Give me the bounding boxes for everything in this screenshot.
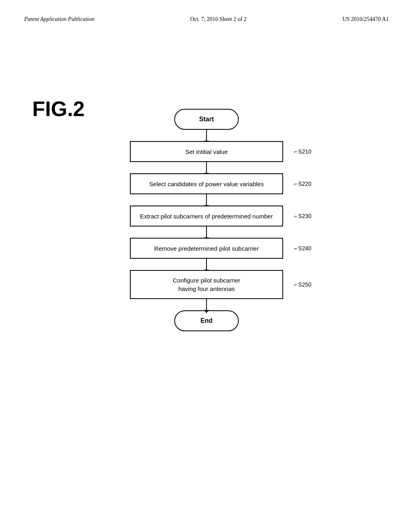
start-oval: Start bbox=[174, 109, 239, 130]
arrow-0 bbox=[206, 130, 207, 141]
end-label: End bbox=[200, 317, 213, 324]
label-s240: S240 bbox=[294, 245, 311, 251]
fig-label: FIG.2 bbox=[32, 97, 85, 121]
step-row-s250: Configure pilot subcarrierhaving four an… bbox=[94, 270, 319, 299]
header-left: Patent Application Publication bbox=[24, 16, 94, 23]
arrow-4 bbox=[206, 259, 207, 270]
start-row: Start bbox=[94, 109, 319, 130]
arrow-5 bbox=[206, 299, 207, 310]
header: Patent Application Publication Oct. 7, 2… bbox=[24, 16, 389, 23]
arrow-1 bbox=[206, 162, 207, 173]
label-s210: S210 bbox=[294, 148, 311, 155]
flowchart: Start Set intitial value S210 Select can… bbox=[94, 109, 319, 331]
header-center: Oct. 7, 2010 Sheet 2 of 2 bbox=[190, 16, 246, 23]
text-s220: Select candidates of power value variabl… bbox=[149, 181, 264, 187]
step-row-s240: Remove predetermined pilot subcarrier S2… bbox=[94, 238, 319, 259]
box-s250: Configure pilot subcarrierhaving four an… bbox=[130, 270, 283, 299]
arrow-2 bbox=[206, 194, 207, 206]
text-s250: Configure pilot subcarrierhaving four an… bbox=[173, 276, 240, 293]
text-s240: Remove predetermined pilot subcarrier bbox=[154, 245, 259, 252]
arrow-3 bbox=[206, 227, 207, 238]
end-row: End bbox=[94, 310, 319, 331]
label-s220: S220 bbox=[294, 181, 311, 187]
step-row-s220: Select candidates of power value variabl… bbox=[94, 173, 319, 194]
text-s210: Set intitial value bbox=[185, 148, 227, 155]
box-s240: Remove predetermined pilot subcarrier bbox=[130, 238, 283, 259]
step-row-s230: Extract pilot subcarriers of predetermin… bbox=[94, 206, 319, 227]
box-s220: Select candidates of power value variabl… bbox=[130, 173, 283, 194]
box-s230: Extract pilot subcarriers of predetermin… bbox=[130, 206, 283, 227]
label-s250: S250 bbox=[294, 281, 311, 288]
text-s230: Extract pilot subcarriers of predetermin… bbox=[140, 213, 273, 220]
start-label: Start bbox=[199, 116, 214, 123]
page: Patent Application Publication Oct. 7, 2… bbox=[0, 0, 413, 532]
step-row-s210: Set intitial value S210 bbox=[94, 141, 319, 162]
box-s210: Set intitial value bbox=[130, 141, 283, 162]
end-oval: End bbox=[174, 310, 239, 331]
label-s230: S230 bbox=[294, 213, 311, 219]
header-right: US 2010/254470 A1 bbox=[342, 16, 389, 23]
